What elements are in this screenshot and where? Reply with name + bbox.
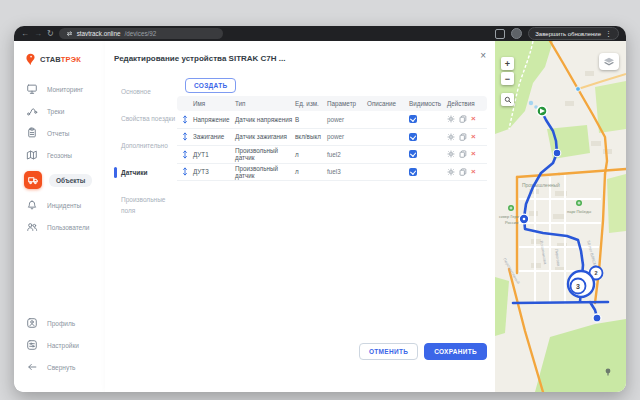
route-end-marker[interactable] <box>593 314 601 322</box>
brand-bird-icon <box>24 53 37 66</box>
map-label-district: Промышленный <box>522 182 560 188</box>
modal-tab-list: Основное Свойства поездки Дополнительно … <box>114 86 176 232</box>
delete-icon[interactable]: × <box>471 168 476 176</box>
cluster-badge-count: 2 <box>594 270 597 276</box>
gear-icon[interactable] <box>447 168 455 176</box>
sidebar-item-label: Свернуть <box>47 364 76 371</box>
tab-sensors[interactable]: Датчики <box>114 167 176 178</box>
sidebar-item-geozones[interactable]: Геозоны <box>14 144 105 166</box>
col-description: Описание <box>367 100 409 107</box>
gear-icon[interactable] <box>447 133 455 141</box>
sidebar-item-label: Пользователи <box>47 224 89 231</box>
zoom-out-button[interactable]: − <box>501 72 514 85</box>
sidebar-item-reports[interactable]: Отчеты <box>14 122 105 144</box>
drag-handle-icon[interactable] <box>177 166 193 177</box>
sidebar-collapse-button[interactable]: Свернуть <box>14 356 105 378</box>
sensor-type: Произвольный датчик <box>235 147 295 161</box>
back-button[interactable]: ← <box>21 30 29 38</box>
sidebar-footer: Профиль Настройки Свернуть <box>14 312 105 378</box>
extension-icon[interactable] <box>495 29 505 39</box>
reload-button[interactable]: ↻ <box>47 30 54 38</box>
modal-title: Редактирование устройства SITRAK C7H ... <box>114 54 285 63</box>
app-content: СТАВТРЭК Мониторинг Треки <box>14 41 626 392</box>
zoom-in-button[interactable]: + <box>501 57 514 70</box>
map-icon <box>24 147 40 163</box>
forward-button[interactable]: → <box>34 30 42 38</box>
delete-icon[interactable]: × <box>471 150 476 158</box>
sidebar-item-users[interactable]: Пользователи <box>14 216 105 238</box>
save-button[interactable]: СОХРАНИТЬ <box>424 343 487 360</box>
gear-icon[interactable] <box>447 150 455 158</box>
edit-device-modal: Редактирование устройства SITRAK C7H ...… <box>105 41 495 392</box>
tab-additional[interactable]: Дополнительно <box>114 140 176 151</box>
table-row: ДУТ3 Произвольный датчик л fuel3 × <box>177 164 487 182</box>
copy-icon[interactable] <box>459 150 467 158</box>
col-unit: Ед. изм. <box>295 100 327 107</box>
tab-custom-fields[interactable]: Произвольные поля <box>114 194 176 216</box>
profile-icon <box>24 315 40 331</box>
sidebar-item-label: Отчеты <box>47 130 69 137</box>
sensor-unit: л <box>295 151 327 158</box>
copy-icon[interactable] <box>459 115 467 123</box>
sidebar-item-monitoring[interactable]: Мониторинг <box>14 78 105 100</box>
sensor-name: ДУТ3 <box>193 168 235 175</box>
sensor-param: fuel2 <box>327 151 367 158</box>
tab-trip-properties[interactable]: Свойства поездки <box>114 113 176 124</box>
users-icon <box>24 219 40 235</box>
screen: ← → ↻ stavtrack.online/devices/92 Заверш… <box>0 0 640 400</box>
visibility-checkbox[interactable] <box>409 150 417 158</box>
browser-menu-icon[interactable]: ⋮ <box>605 30 612 37</box>
profile-avatar[interactable] <box>511 28 522 39</box>
sidebar-item-label: Объекты <box>49 174 92 187</box>
sidebar-item-label: Инциденты <box>47 202 81 209</box>
sensor-param: power <box>327 116 367 123</box>
copy-icon[interactable] <box>459 168 467 176</box>
sidebar-item-profile[interactable]: Профиль <box>14 312 105 334</box>
sidebar: СТАВТРЭК Мониторинг Треки <box>14 41 105 392</box>
table-header: Имя Тип Ед. изм. Параметр Описание Видим… <box>177 96 487 111</box>
sidebar-item-label: Профиль <box>47 320 75 327</box>
logo-text: СТАВТРЭК <box>40 55 81 64</box>
sensor-unit: вкл/выкл <box>295 133 327 140</box>
map-search-button[interactable] <box>501 93 514 106</box>
tab-main[interactable]: Основное <box>114 86 176 97</box>
map-layers-button[interactable] <box>599 53 619 70</box>
url-path: /devices/92 <box>124 30 156 37</box>
gear-icon[interactable] <box>447 115 455 123</box>
col-name: Имя <box>193 100 235 107</box>
delete-icon[interactable]: × <box>471 133 476 141</box>
transit-stop-icon <box>576 87 581 92</box>
col-type: Тип <box>235 100 295 107</box>
copy-icon[interactable] <box>459 133 467 141</box>
sidebar-item-settings[interactable]: Настройки <box>14 334 105 356</box>
route-icon <box>24 103 40 119</box>
finish-update-button[interactable]: Завершить обновление ⋮ <box>528 27 619 40</box>
sidebar-item-incidents[interactable]: Инциденты <box>14 194 105 216</box>
cancel-button[interactable]: ОТМЕНИТЬ <box>359 343 418 360</box>
sensor-param: fuel3 <box>327 168 367 175</box>
drag-handle-icon[interactable] <box>177 149 193 160</box>
sidebar-item-label: Мониторинг <box>47 86 83 93</box>
visibility-checkbox[interactable] <box>409 115 417 123</box>
map[interactable]: Промышленный сквер Героев России парк По… <box>495 41 626 392</box>
drag-handle-icon[interactable] <box>177 131 193 142</box>
chrome-right-controls: Завершить обновление ⋮ <box>495 27 619 40</box>
sensor-type: Произвольный датчик <box>235 165 295 179</box>
sidebar-item-label: Настройки <box>47 342 79 349</box>
sidebar-item-label: Геозоны <box>47 152 72 159</box>
map-canvas: Промышленный сквер Героев России парк По… <box>495 41 626 392</box>
create-button[interactable]: СОЗДАТЬ <box>185 78 236 93</box>
browser-window: ← → ↻ stavtrack.online/devices/92 Заверш… <box>14 26 626 392</box>
delete-icon[interactable]: × <box>471 115 476 123</box>
logo[interactable]: СТАВТРЭК <box>14 41 105 78</box>
sensor-name: Напряжение <box>193 116 235 123</box>
sidebar-item-objects[interactable]: Объекты <box>14 166 105 194</box>
route-point-marker[interactable] <box>553 149 561 157</box>
visibility-checkbox[interactable] <box>409 168 417 176</box>
address-bar[interactable]: stavtrack.online/devices/92 <box>59 28 223 39</box>
visibility-checkbox[interactable] <box>409 133 417 141</box>
drag-handle-icon[interactable] <box>177 114 193 125</box>
sidebar-item-tracks[interactable]: Треки <box>14 100 105 122</box>
browser-chrome: ← → ↻ stavtrack.online/devices/92 Заверш… <box>14 26 626 41</box>
close-icon[interactable]: × <box>480 51 486 61</box>
